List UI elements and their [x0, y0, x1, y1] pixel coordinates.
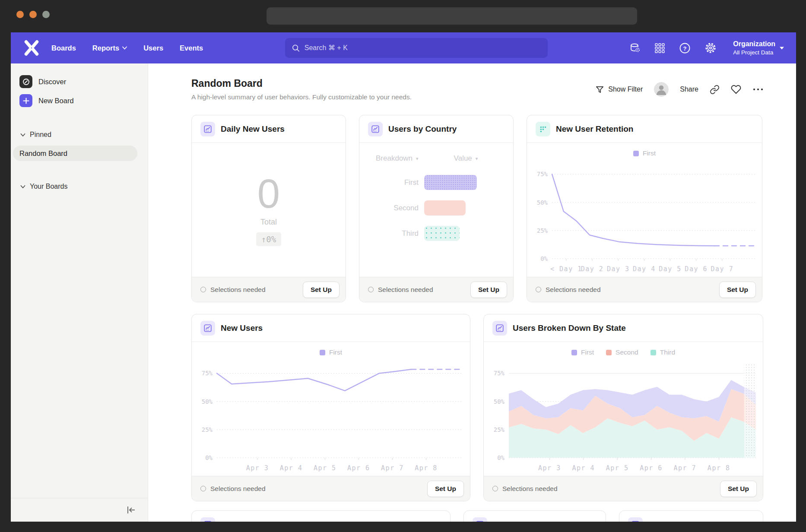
card-insights-report: Insights Report: [463, 510, 606, 522]
card-users-by-country: Users by Country Breakdown▾ Value▾: [359, 115, 514, 302]
retention-grid-icon: [536, 122, 550, 136]
discover-icon: [19, 75, 32, 88]
legend-label: First: [329, 348, 342, 356]
main-panel: Random Board A high-level summary of use…: [148, 63, 796, 522]
sidebar-item-label: New Board: [38, 97, 74, 105]
nav-item-boards[interactable]: Boards: [51, 44, 76, 52]
card-title: Daily New Users: [221, 124, 285, 134]
svg-text:Apr 8: Apr 8: [415, 464, 438, 472]
more-options-icon[interactable]: [752, 87, 764, 92]
card-title: New Users: [221, 323, 263, 333]
data-management-icon[interactable]: [629, 42, 641, 54]
chevron-down-icon: ▾: [416, 156, 419, 162]
search-input[interactable]: [305, 44, 541, 52]
svg-text:Day 2: Day 2: [581, 265, 604, 273]
cards-row-3: Stacked Line Graph Insights Report: [191, 510, 764, 522]
card-footer: Selections needed Set Up: [359, 277, 513, 302]
sidebar-item-label: Discover: [38, 78, 66, 86]
column-label: Value: [454, 154, 472, 163]
svg-text:50%: 50%: [537, 199, 548, 206]
mixpanel-logo-icon[interactable]: [23, 39, 40, 57]
card-header: Daily New Users: [192, 115, 346, 143]
status: Selections needed: [200, 286, 266, 294]
status-text: Selections needed: [546, 286, 601, 294]
help-icon[interactable]: ?: [679, 42, 691, 54]
nav-right-group: ? Organization All Project Data: [629, 40, 784, 56]
chevron-down-icon: [122, 46, 127, 50]
chart-legend: First: [192, 348, 470, 357]
line-chart-icon: [368, 122, 383, 136]
org-switcher[interactable]: Organization All Project Data: [733, 40, 784, 56]
svg-text:Apr 6: Apr 6: [347, 464, 370, 472]
status-text: Selections needed: [210, 485, 266, 493]
nav-item-users[interactable]: Users: [143, 44, 163, 52]
row-label: First: [359, 178, 424, 187]
row-label: Second: [359, 204, 424, 212]
app-window: Boards Reports Users Events: [11, 32, 796, 522]
chart-legend: First Second Third: [484, 348, 763, 357]
sidebar-item-discover[interactable]: Discover: [11, 72, 148, 91]
legend-swatch: [571, 350, 577, 355]
status-circle-icon: [368, 287, 374, 292]
card-footer: Selections needed Set Up: [192, 277, 346, 302]
card-title: Users by Country: [388, 124, 457, 134]
show-filter-button[interactable]: Show Filter: [595, 85, 643, 94]
board-actions: Show Filter Share: [595, 82, 764, 97]
apps-grid-icon[interactable]: [654, 43, 665, 54]
set-up-button[interactable]: Set Up: [303, 282, 340, 298]
value-dropdown[interactable]: Value▾: [454, 154, 478, 163]
set-up-button[interactable]: Set Up: [427, 481, 464, 497]
page-title: Random Board: [191, 78, 412, 89]
sidebar-footer: [11, 498, 148, 522]
window-controls: [16, 11, 50, 18]
svg-text:Day 7: Day 7: [711, 265, 734, 273]
nav-item-label: Users: [143, 44, 163, 52]
show-filter-label: Show Filter: [608, 86, 643, 93]
nav-item-label: Events: [180, 44, 203, 52]
card-daily-new-users: Daily New Users 0 Total ↑0% Selections n…: [191, 115, 346, 302]
nav-item-reports[interactable]: Reports: [92, 44, 127, 52]
card-title: Insights Report: [493, 520, 553, 522]
set-up-button[interactable]: Set Up: [720, 481, 757, 497]
nav-item-label: Reports: [92, 44, 119, 52]
window-close-button[interactable]: [16, 11, 24, 18]
set-up-button[interactable]: Set Up: [719, 282, 756, 298]
nav-menu: Boards Reports Users Events: [51, 44, 203, 52]
card-active-users: Active Users: [619, 510, 763, 522]
legend-swatch: [633, 151, 639, 156]
breakdown-dropdown[interactable]: Breakdown▾: [376, 154, 419, 163]
svg-text:0%: 0%: [497, 454, 505, 461]
search-bar[interactable]: [285, 38, 548, 58]
window-zoom-button[interactable]: [42, 11, 50, 18]
status: Selections needed: [368, 286, 433, 294]
sidebar-item-new-board[interactable]: New Board: [11, 91, 148, 110]
share-button[interactable]: Share: [680, 86, 698, 93]
metric-delta-badge: ↑0%: [256, 232, 281, 246]
status-text: Selections needed: [378, 286, 433, 294]
copy-link-icon[interactable]: [710, 85, 720, 95]
svg-text:?: ?: [683, 45, 687, 51]
svg-text:25%: 25%: [537, 227, 548, 234]
status-circle-icon: [200, 287, 206, 292]
nav-item-label: Boards: [51, 44, 76, 52]
window-minimize-button[interactable]: [29, 11, 37, 18]
avatar[interactable]: [654, 82, 669, 97]
svg-text:25%: 25%: [494, 426, 505, 433]
svg-text:50%: 50%: [202, 398, 213, 405]
collapse-sidebar-icon[interactable]: [125, 505, 136, 515]
settings-gear-icon[interactable]: [704, 42, 717, 54]
sidebar-section-your-boards[interactable]: Your Boards: [11, 180, 148, 193]
legend-label: First: [643, 149, 656, 157]
set-up-button[interactable]: Set Up: [470, 282, 507, 298]
favorite-heart-icon[interactable]: [731, 84, 741, 95]
svg-text:Apr 3: Apr 3: [538, 464, 561, 472]
nav-item-events[interactable]: Events: [180, 44, 203, 52]
svg-text:Apr 4: Apr 4: [572, 464, 595, 472]
sidebar-section-pinned[interactable]: Pinned: [11, 128, 148, 141]
sidebar-item-random-board[interactable]: Random Board: [13, 146, 137, 161]
plus-icon: [19, 94, 32, 107]
value-bar: [424, 200, 466, 215]
svg-text:50%: 50%: [494, 398, 505, 405]
browser-address-bar[interactable]: [267, 7, 637, 25]
card-footer: Selections needed Set Up: [527, 277, 762, 302]
